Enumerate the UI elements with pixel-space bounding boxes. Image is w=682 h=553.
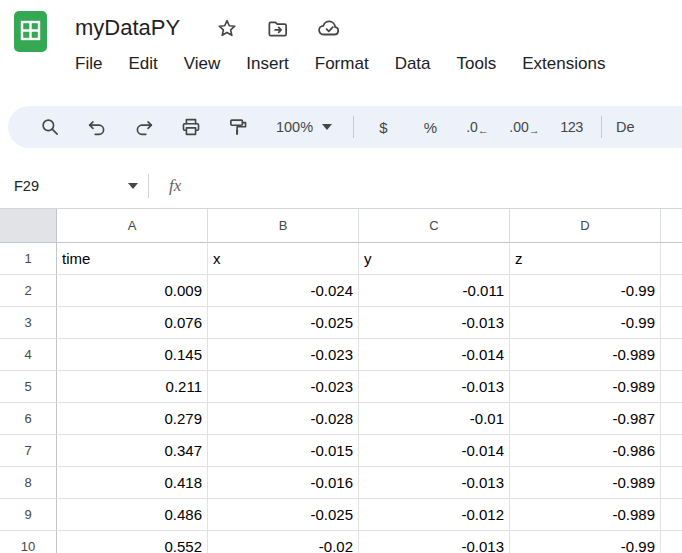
column-header-b[interactable]: B bbox=[208, 209, 359, 243]
cell-B6[interactable]: -0.028 bbox=[208, 403, 359, 435]
cell-C9[interactable]: -0.012 bbox=[359, 499, 510, 531]
decrease-decimal-icon[interactable]: .0← bbox=[454, 119, 501, 135]
cell-A8[interactable]: 0.418 bbox=[57, 467, 208, 499]
cell-A3[interactable]: 0.076 bbox=[57, 307, 208, 339]
cell-D10[interactable]: -0.99 bbox=[510, 531, 661, 553]
cell-D4[interactable]: -0.989 bbox=[510, 339, 661, 371]
cell-D1[interactable]: z bbox=[510, 243, 661, 275]
cell-D2[interactable]: -0.99 bbox=[510, 275, 661, 307]
row-header-8[interactable]: 8 bbox=[0, 467, 57, 499]
column-header-c[interactable]: C bbox=[359, 209, 510, 243]
row-header-3[interactable]: 3 bbox=[0, 307, 57, 339]
search-icon[interactable] bbox=[26, 116, 73, 138]
row-header-1[interactable]: 1 bbox=[0, 243, 57, 275]
cell-C5[interactable]: -0.013 bbox=[359, 371, 510, 403]
cell-C8[interactable]: -0.013 bbox=[359, 467, 510, 499]
column-header-row: A B C D bbox=[0, 209, 682, 243]
menu-view[interactable]: View bbox=[171, 54, 234, 74]
select-all-corner[interactable] bbox=[0, 209, 57, 243]
toolbar: 100% $ % .0← .00→ 123 De bbox=[8, 106, 682, 148]
row-header-10[interactable]: 10 bbox=[0, 531, 57, 553]
cell-B3[interactable]: -0.025 bbox=[208, 307, 359, 339]
column-header-e[interactable] bbox=[661, 209, 682, 243]
cell-C1[interactable]: y bbox=[359, 243, 510, 275]
cell-B8[interactable]: -0.016 bbox=[208, 467, 359, 499]
cell-C2[interactable]: -0.011 bbox=[359, 275, 510, 307]
cell-C7[interactable]: -0.014 bbox=[359, 435, 510, 467]
cell-A6[interactable]: 0.279 bbox=[57, 403, 208, 435]
redo-icon[interactable] bbox=[120, 116, 167, 138]
top-bar: myDataPY bbox=[0, 0, 682, 80]
cell-E9[interactable] bbox=[661, 499, 682, 531]
cell-E7[interactable] bbox=[661, 435, 682, 467]
document-title[interactable]: myDataPY bbox=[75, 15, 180, 41]
cell-D3[interactable]: -0.99 bbox=[510, 307, 661, 339]
format-percent-button[interactable]: % bbox=[407, 119, 454, 136]
cell-B1[interactable]: x bbox=[208, 243, 359, 275]
column-header-d[interactable]: D bbox=[510, 209, 661, 243]
paint-format-icon[interactable] bbox=[214, 116, 261, 138]
number-format-button[interactable]: 123 bbox=[548, 119, 595, 135]
cell-C3[interactable]: -0.013 bbox=[359, 307, 510, 339]
star-icon[interactable] bbox=[216, 17, 238, 39]
cell-B10[interactable]: -0.02 bbox=[208, 531, 359, 553]
name-box[interactable]: F29 bbox=[14, 178, 146, 194]
menu-insert[interactable]: Insert bbox=[233, 54, 302, 74]
row-header-4[interactable]: 4 bbox=[0, 339, 57, 371]
cell-A1[interactable]: time bbox=[57, 243, 208, 275]
undo-icon[interactable] bbox=[73, 116, 120, 138]
menu-file[interactable]: File bbox=[62, 54, 115, 74]
cell-E3[interactable] bbox=[661, 307, 682, 339]
cell-D9[interactable]: -0.989 bbox=[510, 499, 661, 531]
menu-extensions[interactable]: Extensions bbox=[509, 54, 618, 74]
sheets-logo-icon[interactable] bbox=[14, 11, 47, 52]
cell-D8[interactable]: -0.989 bbox=[510, 467, 661, 499]
cell-A2[interactable]: 0.009 bbox=[57, 275, 208, 307]
cell-A9[interactable]: 0.486 bbox=[57, 499, 208, 531]
print-icon[interactable] bbox=[167, 116, 214, 138]
cell-C4[interactable]: -0.014 bbox=[359, 339, 510, 371]
row-header-6[interactable]: 6 bbox=[0, 403, 57, 435]
move-folder-icon[interactable] bbox=[266, 17, 289, 40]
cell-A10[interactable]: 0.552 bbox=[57, 531, 208, 553]
cell-B2[interactable]: -0.024 bbox=[208, 275, 359, 307]
cell-B9[interactable]: -0.025 bbox=[208, 499, 359, 531]
row-header-5[interactable]: 5 bbox=[0, 371, 57, 403]
cell-E5[interactable] bbox=[661, 371, 682, 403]
font-selector[interactable]: De bbox=[616, 119, 635, 135]
row-header-9[interactable]: 9 bbox=[0, 499, 57, 531]
row-header-2[interactable]: 2 bbox=[0, 275, 57, 307]
cell-A4[interactable]: 0.145 bbox=[57, 339, 208, 371]
formula-bar-divider bbox=[148, 174, 149, 198]
cloud-saved-icon[interactable] bbox=[317, 16, 341, 40]
cell-B4[interactable]: -0.023 bbox=[208, 339, 359, 371]
cell-A7[interactable]: 0.347 bbox=[57, 435, 208, 467]
menu-tools[interactable]: Tools bbox=[444, 54, 510, 74]
zoom-selector[interactable]: 100% bbox=[261, 119, 347, 135]
cell-E10[interactable] bbox=[661, 531, 682, 553]
cell-E6[interactable] bbox=[661, 403, 682, 435]
cell-D5[interactable]: -0.989 bbox=[510, 371, 661, 403]
menu-format[interactable]: Format bbox=[302, 54, 382, 74]
menu-edit[interactable]: Edit bbox=[115, 54, 170, 74]
cell-D7[interactable]: -0.986 bbox=[510, 435, 661, 467]
cell-E4[interactable] bbox=[661, 339, 682, 371]
increase-decimal-icon[interactable]: .00→ bbox=[501, 119, 548, 135]
cell-C10[interactable]: -0.013 bbox=[359, 531, 510, 553]
menu-data[interactable]: Data bbox=[382, 54, 444, 74]
cell-E1[interactable] bbox=[661, 243, 682, 275]
cell-D6[interactable]: -0.987 bbox=[510, 403, 661, 435]
format-currency-button[interactable]: $ bbox=[360, 119, 407, 136]
column-header-a[interactable]: A bbox=[57, 209, 208, 243]
cell-C6[interactable]: -0.01 bbox=[359, 403, 510, 435]
table-row-6: 6 0.279 -0.028 -0.01 -0.987 bbox=[0, 403, 682, 435]
cell-E2[interactable] bbox=[661, 275, 682, 307]
table-row-2: 2 0.009 -0.024 -0.011 -0.99 bbox=[0, 275, 682, 307]
cell-E8[interactable] bbox=[661, 467, 682, 499]
cell-B5[interactable]: -0.023 bbox=[208, 371, 359, 403]
zoom-value: 100% bbox=[276, 119, 313, 135]
chevron-down-icon bbox=[322, 124, 332, 130]
cell-A5[interactable]: 0.211 bbox=[57, 371, 208, 403]
cell-B7[interactable]: -0.015 bbox=[208, 435, 359, 467]
row-header-7[interactable]: 7 bbox=[0, 435, 57, 467]
